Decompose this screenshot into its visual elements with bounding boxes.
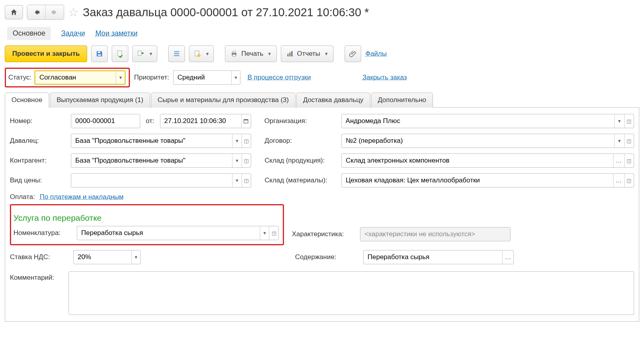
sub-tabs: Основное Задачи Мои заметки xyxy=(5,25,639,45)
subtab-tasks[interactable]: Задачи xyxy=(61,27,85,40)
prod-warehouse-select[interactable]: … xyxy=(613,154,624,167)
counterparty-label: Контрагент: xyxy=(10,157,65,165)
pricetype-dropdown[interactable]: ▼ xyxy=(232,174,241,187)
close-order-link[interactable]: Закрыть заказ xyxy=(362,74,407,81)
tab-delivery[interactable]: Доставка давальцу xyxy=(296,93,370,108)
number-label: Номер: xyxy=(10,117,65,125)
svg-rect-3 xyxy=(138,51,141,56)
edi-button[interactable]: ▼ xyxy=(189,45,214,62)
svg-rect-12 xyxy=(287,54,288,57)
priority-combo[interactable]: ▼ xyxy=(173,70,240,85)
tab-products[interactable]: Выпускаемая продукция (1) xyxy=(50,93,150,108)
content-input[interactable] xyxy=(364,250,502,264)
svg-rect-2 xyxy=(118,51,122,56)
forward-button[interactable] xyxy=(46,5,64,19)
payment-label: Оплата: xyxy=(10,193,35,201)
save-button[interactable] xyxy=(91,45,108,62)
register-button[interactable] xyxy=(168,45,185,62)
mat-warehouse-combo[interactable]: … ◫ xyxy=(341,173,634,188)
subtab-notes[interactable]: Мои заметки xyxy=(95,27,138,40)
post-button[interactable] xyxy=(112,45,128,62)
supplier-input[interactable] xyxy=(71,134,232,148)
mat-warehouse-open[interactable]: ◫ xyxy=(624,174,634,187)
pricetype-combo[interactable]: ▼ ◫ xyxy=(71,173,251,188)
content-field[interactable]: … xyxy=(363,250,514,264)
counterparty-open[interactable]: ◫ xyxy=(242,154,251,167)
contract-input[interactable] xyxy=(342,134,614,148)
files-link[interactable]: Файлы xyxy=(365,50,387,58)
svg-rect-16 xyxy=(244,119,248,120)
home-button[interactable] xyxy=(5,5,23,19)
org-input[interactable] xyxy=(342,114,615,128)
document-gear-icon xyxy=(193,50,201,58)
svg-rect-4 xyxy=(174,51,179,52)
supplier-combo[interactable]: ▼ ◫ xyxy=(71,134,251,148)
attach-button[interactable] xyxy=(345,45,361,62)
favorite-star-icon[interactable]: ☆ xyxy=(68,6,79,18)
mat-warehouse-select[interactable]: … xyxy=(613,174,624,187)
document-tabs: Основное Выпускаемая продукция (1) Сырье… xyxy=(5,92,639,108)
nav-group xyxy=(27,5,64,20)
vat-combo[interactable]: ▼ xyxy=(73,250,141,264)
contract-label: Договор: xyxy=(265,137,336,145)
contract-open[interactable]: ◫ xyxy=(624,134,634,148)
reports-label: Отчеты xyxy=(297,50,320,58)
svg-rect-6 xyxy=(174,55,179,56)
arrow-right-icon xyxy=(51,8,59,16)
mat-warehouse-input[interactable] xyxy=(342,174,613,187)
counterparty-combo[interactable]: ▼ ◫ xyxy=(71,154,251,168)
vat-dropdown[interactable]: ▼ xyxy=(131,250,140,264)
vat-input[interactable] xyxy=(74,250,131,264)
org-dropdown[interactable]: ▼ xyxy=(614,114,624,128)
status-input[interactable] xyxy=(35,71,116,84)
tab-extra[interactable]: Дополнительно xyxy=(371,93,433,108)
chevron-down-icon: ▼ xyxy=(149,51,153,56)
prod-warehouse-input[interactable] xyxy=(342,154,613,167)
prod-warehouse-combo[interactable]: … ◫ xyxy=(341,154,634,168)
post-and-close-button[interactable]: Провести и закрыть xyxy=(5,45,87,62)
contract-combo[interactable]: ▼ ◫ xyxy=(341,134,634,148)
status-combo[interactable]: ▼ xyxy=(34,70,126,85)
tab-main[interactable]: Основное xyxy=(5,93,49,108)
pricetype-input[interactable] xyxy=(71,174,232,187)
status-row: Статус: ▼ Приоритет: ▼ В процессе отгруз… xyxy=(5,66,639,89)
nomenclature-combo[interactable]: ▼ ◫ xyxy=(77,226,279,240)
reports-button[interactable]: Отчеты ▼ xyxy=(281,45,334,62)
payment-link[interactable]: По платежам и накладным xyxy=(40,193,124,201)
calendar-button[interactable] xyxy=(241,114,250,128)
nomenclature-input[interactable] xyxy=(77,226,260,240)
counterparty-dropdown[interactable]: ▼ xyxy=(232,154,241,167)
mat-warehouse-label: Склад (материалы): xyxy=(265,176,336,184)
supplier-open[interactable]: ◫ xyxy=(242,134,251,148)
priority-label: Приоритет: xyxy=(134,74,169,81)
subtab-main[interactable]: Основное xyxy=(7,27,51,40)
comment-textarea[interactable] xyxy=(69,271,634,315)
printer-icon xyxy=(230,50,238,58)
create-based-on-button[interactable]: ▼ xyxy=(132,45,157,62)
svg-rect-1 xyxy=(98,54,101,56)
org-combo[interactable]: ▼ ◫ xyxy=(341,114,634,128)
content-select[interactable]: … xyxy=(502,250,513,264)
nomenclature-dropdown[interactable]: ▼ xyxy=(260,226,269,240)
tab-materials[interactable]: Сырье и материалы для производства (3) xyxy=(151,93,295,108)
print-button[interactable]: Печать ▼ xyxy=(225,45,277,62)
org-open[interactable]: ◫ xyxy=(624,114,634,128)
calendar-icon xyxy=(243,118,249,124)
back-button[interactable] xyxy=(27,5,46,19)
shipping-process-link[interactable]: В процессе отгрузки xyxy=(248,74,311,81)
date-input[interactable] xyxy=(160,114,242,128)
contract-dropdown[interactable]: ▼ xyxy=(614,134,624,148)
nomenclature-open[interactable]: ◫ xyxy=(269,226,278,240)
priority-dropdown[interactable]: ▼ xyxy=(231,71,240,84)
pricetype-open[interactable]: ◫ xyxy=(242,174,251,187)
counterparty-input[interactable] xyxy=(71,154,232,167)
date-field[interactable] xyxy=(160,114,251,128)
priority-input[interactable] xyxy=(173,71,231,84)
content-label: Содержание: xyxy=(295,253,358,261)
number-field[interactable] xyxy=(71,114,140,128)
status-dropdown[interactable]: ▼ xyxy=(116,71,125,84)
prod-warehouse-open[interactable]: ◫ xyxy=(624,154,634,167)
number-input[interactable] xyxy=(71,114,140,128)
supplier-dropdown[interactable]: ▼ xyxy=(232,134,241,148)
date-label: от: xyxy=(146,117,154,125)
